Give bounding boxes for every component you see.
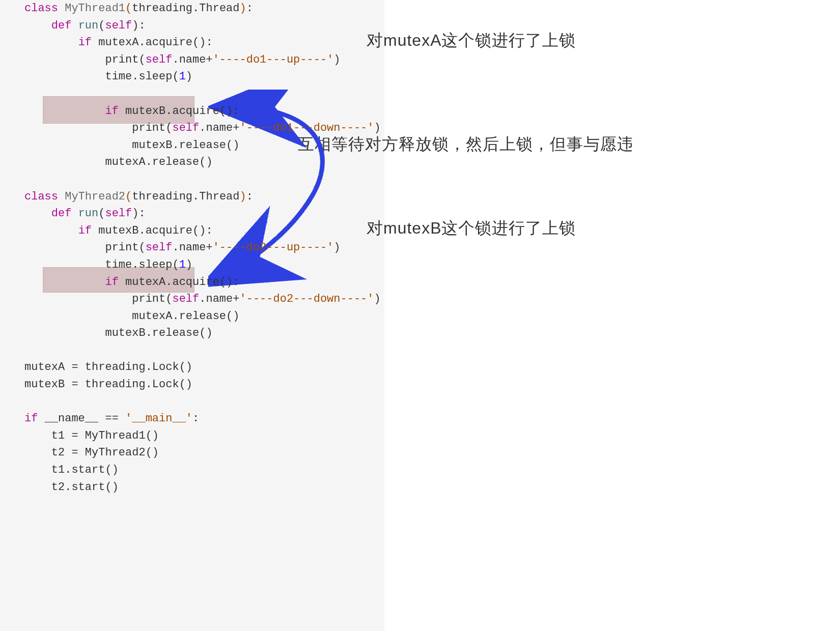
code-line: print(self.name+'----do2---down----') <box>24 291 384 308</box>
code-line: print(self.name+'----do1---up----') <box>24 51 384 69</box>
code-line <box>24 85 384 103</box>
code-line: mutexB.release() <box>24 137 384 154</box>
code-line: class MyThread2(threading.Thread): <box>24 188 384 206</box>
code-line: t2.start() <box>24 479 384 496</box>
code-block: class MyThread1(threading.Thread): def r… <box>0 0 384 631</box>
code-line: print(self.name+'----do1---down----') <box>24 120 384 137</box>
code-line: t1.start() <box>24 462 384 479</box>
code-lines: class MyThread1(threading.Thread): def r… <box>24 0 384 496</box>
annotation-mutexa-lock: 对mutexA这个锁进行了上锁 <box>367 30 576 52</box>
annotation-mutexb-lock: 对mutexB这个锁进行了上锁 <box>367 217 576 240</box>
code-line <box>24 342 384 359</box>
code-line: mutexA.release() <box>24 308 384 325</box>
code-line: time.sleep(1) <box>24 256 384 274</box>
page: class MyThread1(threading.Thread): def r… <box>0 0 840 631</box>
code-line <box>24 393 384 411</box>
code-line: if mutexB.acquire(): <box>24 103 384 120</box>
code-line: t2 = MyThread2() <box>24 444 384 462</box>
code-line: mutexA = threading.Lock() <box>24 359 384 376</box>
code-line: if mutexA.acquire(): <box>24 274 384 291</box>
code-line: print(self.name+'----do2---up----') <box>24 239 384 256</box>
code-line: t1 = MyThread1() <box>24 427 384 445</box>
code-line: mutexA.release() <box>24 154 384 171</box>
code-line: mutexB.release() <box>24 325 384 342</box>
code-line <box>24 171 384 188</box>
code-line: mutexB = threading.Lock() <box>24 376 384 393</box>
code-line: class MyThread1(threading.Thread): <box>24 0 384 17</box>
code-line: def run(self): <box>24 17 384 35</box>
code-line: def run(self): <box>24 205 384 222</box>
code-line: time.sleep(1) <box>24 68 384 85</box>
code-line: if mutexA.acquire(): <box>24 34 384 51</box>
code-line: if __name__ == '__main__': <box>24 410 384 427</box>
code-line: if mutexB.acquire(): <box>24 222 384 240</box>
